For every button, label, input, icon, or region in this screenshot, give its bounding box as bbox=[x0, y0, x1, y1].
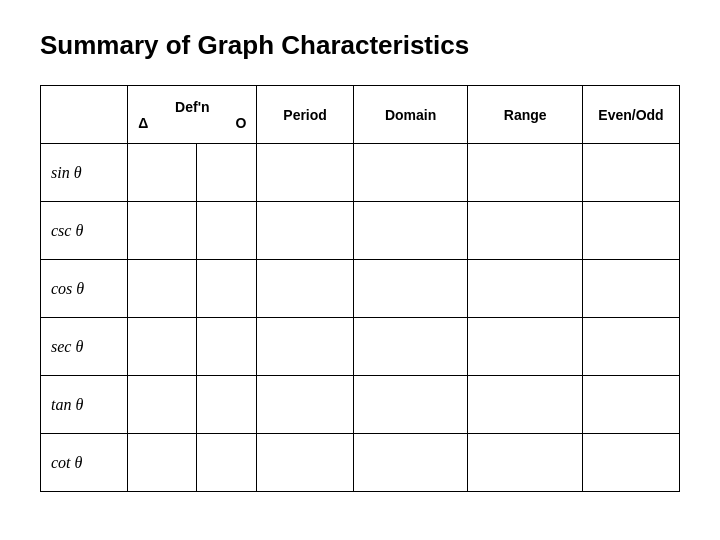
row-cos-evenodd bbox=[582, 260, 679, 318]
row-cot-label: cot θ bbox=[41, 434, 128, 492]
header-defn-top-label: Def'n bbox=[128, 99, 256, 115]
header-o-label: O bbox=[236, 115, 247, 131]
row-sin-o bbox=[197, 144, 257, 202]
table-wrapper: Def'n Δ O Period Domain Range Even/Odd s… bbox=[40, 85, 680, 492]
characteristics-table: Def'n Δ O Period Domain Range Even/Odd s… bbox=[40, 85, 680, 492]
table-row: cos θ bbox=[41, 260, 680, 318]
table-row: sin θ bbox=[41, 144, 680, 202]
row-cos-label: cos θ bbox=[41, 260, 128, 318]
row-cos-period bbox=[257, 260, 353, 318]
header-even-odd: Even/Odd bbox=[582, 86, 679, 144]
row-sec-period bbox=[257, 318, 353, 376]
row-tan-range bbox=[468, 376, 583, 434]
row-cos-range bbox=[468, 260, 583, 318]
row-cos-domain bbox=[353, 260, 468, 318]
row-csc-delta bbox=[128, 202, 197, 260]
table-row: sec θ bbox=[41, 318, 680, 376]
table-row: csc θ bbox=[41, 202, 680, 260]
row-csc-evenodd bbox=[582, 202, 679, 260]
header-defn: Def'n Δ O bbox=[128, 86, 257, 144]
row-sec-range bbox=[468, 318, 583, 376]
row-tan-period bbox=[257, 376, 353, 434]
row-sec-domain bbox=[353, 318, 468, 376]
row-sin-delta bbox=[128, 144, 197, 202]
page-title: Summary of Graph Characteristics bbox=[40, 30, 469, 61]
row-cos-o bbox=[197, 260, 257, 318]
header-range: Range bbox=[468, 86, 583, 144]
row-cot-o bbox=[197, 434, 257, 492]
row-sin-label: sin θ bbox=[41, 144, 128, 202]
row-tan-label: tan θ bbox=[41, 376, 128, 434]
row-cot-range bbox=[468, 434, 583, 492]
row-cos-delta bbox=[128, 260, 197, 318]
row-cot-evenodd bbox=[582, 434, 679, 492]
row-csc-domain bbox=[353, 202, 468, 260]
row-sin-period bbox=[257, 144, 353, 202]
row-csc-o bbox=[197, 202, 257, 260]
row-tan-delta bbox=[128, 376, 197, 434]
row-sin-range bbox=[468, 144, 583, 202]
row-tan-evenodd bbox=[582, 376, 679, 434]
row-cot-period bbox=[257, 434, 353, 492]
row-csc-label: csc θ bbox=[41, 202, 128, 260]
row-sec-o bbox=[197, 318, 257, 376]
row-sec-evenodd bbox=[582, 318, 679, 376]
row-tan-domain bbox=[353, 376, 468, 434]
row-cot-domain bbox=[353, 434, 468, 492]
header-empty bbox=[41, 86, 128, 144]
table-row: tan θ bbox=[41, 376, 680, 434]
row-sec-label: sec θ bbox=[41, 318, 128, 376]
row-tan-o bbox=[197, 376, 257, 434]
header-domain: Domain bbox=[353, 86, 468, 144]
row-sec-delta bbox=[128, 318, 197, 376]
row-cot-delta bbox=[128, 434, 197, 492]
header-period: Period bbox=[257, 86, 353, 144]
row-sin-domain bbox=[353, 144, 468, 202]
row-csc-period bbox=[257, 202, 353, 260]
row-sin-evenodd bbox=[582, 144, 679, 202]
table-row: cot θ bbox=[41, 434, 680, 492]
row-csc-range bbox=[468, 202, 583, 260]
header-delta-label: Δ bbox=[138, 115, 148, 131]
